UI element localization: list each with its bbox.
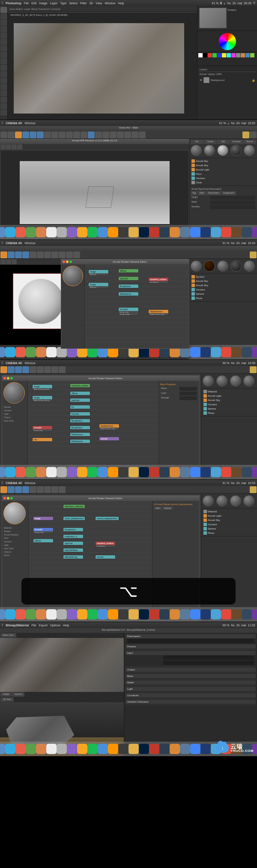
material-preview[interactable] — [63, 266, 83, 286]
swatch[interactable] — [217, 53, 221, 57]
tool[interactable] — [8, 251, 15, 258]
tool-nurbs[interactable] — [102, 132, 109, 138]
swatch[interactable] — [241, 53, 245, 57]
side-item[interactable]: World — [3, 554, 27, 557]
dock-app-icon[interactable] — [77, 744, 87, 754]
layout-custom[interactable] — [250, 132, 257, 138]
apple-menu-icon[interactable]:  — [2, 1, 3, 5]
material-ball[interactable] — [230, 495, 241, 506]
material-ball[interactable] — [204, 260, 215, 272]
tool-render[interactable] — [66, 132, 73, 138]
dock-app-icon[interactable] — [87, 467, 98, 477]
dock-app-icon[interactable] — [170, 467, 180, 477]
layout[interactable] — [250, 486, 257, 493]
node-roughness[interactable]: Roughness — [63, 527, 84, 532]
dock-app-icon[interactable] — [15, 744, 26, 754]
dock-app-icon[interactable] — [170, 227, 180, 237]
prop-tab[interactable]: Globals — [162, 506, 173, 510]
tool[interactable] — [22, 251, 29, 258]
section-base[interactable]: Base — [126, 674, 256, 678]
object-row[interactable]: Plane — [203, 411, 256, 415]
tool[interactable] — [59, 486, 66, 493]
object-row[interactable]: Sphere — [191, 292, 256, 296]
menu-options[interactable]: Options — [50, 624, 60, 627]
material-ball[interactable] — [230, 375, 241, 386]
side-item[interactable]: Arnold Shaders — [3, 533, 27, 536]
tool[interactable] — [51, 486, 58, 493]
node-graph[interactable]: image filename image filename diffuse — [85, 264, 189, 348]
node-ks[interactable]: Ks — [70, 405, 90, 409]
node-reflectance2[interactable]: Reflectance — [70, 439, 90, 443]
dock-app-icon[interactable] — [200, 227, 211, 237]
dock-app-icon[interactable] — [36, 347, 46, 357]
material-ball[interactable] — [203, 495, 214, 506]
object-row[interactable]: Plane — [203, 531, 256, 535]
dock-app-icon[interactable] — [87, 227, 98, 237]
layer-row[interactable]: 👁 Background 🔒 — [199, 76, 256, 84]
close-button[interactable] — [3, 497, 6, 500]
swatch[interactable] — [245, 53, 250, 57]
type-tool[interactable] — [0, 103, 7, 109]
dock-app-icon[interactable] — [139, 744, 149, 754]
node-diffuse-strong[interactable]: diffuseStrong — [63, 555, 84, 559]
eye-icon[interactable]: 👁 — [200, 79, 202, 81]
side-item[interactable]: User Data — [3, 419, 26, 422]
dock-app-icon[interactable] — [200, 609, 211, 620]
menu-view[interactable]: View — [96, 2, 102, 5]
node-image[interactable]: image filename — [88, 282, 109, 289]
dock-app-icon[interactable] — [118, 467, 128, 477]
tool[interactable] — [30, 366, 36, 373]
dock-app-icon[interactable] — [46, 744, 57, 754]
node-specular-base[interactable]: specularBase — [63, 548, 84, 552]
mat-tab-file[interactable]: File — [191, 140, 203, 144]
minimize-button[interactable] — [66, 260, 69, 263]
dock-app-icon[interactable] — [67, 744, 77, 754]
tool-scale[interactable] — [30, 132, 36, 138]
dock-app-icon[interactable] — [0, 609, 5, 620]
object-row[interactable]: Chair — [191, 180, 256, 185]
tool-live-select[interactable] — [15, 132, 22, 138]
dock-app-icon[interactable] — [108, 744, 118, 754]
dock-app-icon[interactable] — [159, 227, 170, 237]
dock-app-icon[interactable] — [242, 347, 252, 357]
ipr-save[interactable] — [17, 144, 22, 150]
section-curvature[interactable]: Curvature — [126, 693, 256, 697]
node-displacement[interactable]: displacement displacement_map — [148, 309, 169, 316]
menu-filter[interactable]: Filter — [80, 2, 87, 5]
object-row[interactable]: Camera — [191, 287, 256, 292]
lasso-tool[interactable] — [0, 20, 7, 26]
dock-app-icon[interactable] — [159, 744, 170, 754]
object-row[interactable]: Symbol — [191, 275, 256, 279]
tool[interactable] — [22, 366, 29, 373]
dock-app-icon[interactable] — [149, 227, 159, 237]
move-tool[interactable] — [0, 7, 7, 13]
object-row[interactable]: Sphere — [203, 407, 256, 411]
object-row[interactable]: Arnold Light — [203, 514, 256, 518]
dock-app-icon[interactable] — [211, 347, 221, 357]
swatch[interactable] — [212, 53, 217, 57]
dock-app-icon[interactable] — [46, 227, 57, 237]
node-graph[interactable]: imageMap R (Comp_Red) imageMap B (Comp_B… — [28, 381, 158, 477]
app-name[interactable]: Bitmap2Material — [6, 624, 29, 627]
dock-app-icon[interactable] — [180, 744, 190, 754]
dock-app-icon[interactable] — [0, 227, 5, 237]
side-item[interactable]: Material — [3, 526, 27, 530]
prop-input[interactable] — [179, 392, 197, 395]
node-roughness-a[interactable]: roughness_a — [63, 534, 84, 539]
dock-app-icon[interactable] — [128, 227, 139, 237]
dock-app-icon[interactable] — [67, 609, 77, 620]
app-name[interactable]: CINEMA 4D — [6, 362, 22, 365]
dock-app-icon[interactable] — [118, 609, 128, 620]
tool[interactable] — [44, 251, 51, 258]
dock-app-icon[interactable] — [149, 609, 159, 620]
gradient-tool[interactable] — [0, 78, 7, 84]
tool[interactable] — [73, 251, 80, 258]
dock-app-icon[interactable] — [200, 744, 211, 754]
object-row[interactable]: Arnold Sky — [191, 279, 256, 283]
tool-move[interactable] — [22, 132, 29, 138]
object-row[interactable]: Arnold Sky — [191, 159, 256, 163]
dock-app-icon[interactable] — [211, 609, 221, 620]
section-input[interactable]: Input — [126, 651, 256, 655]
node-roughness[interactable]: Roughness — [118, 284, 139, 288]
dock-app-icon[interactable] — [67, 227, 77, 237]
